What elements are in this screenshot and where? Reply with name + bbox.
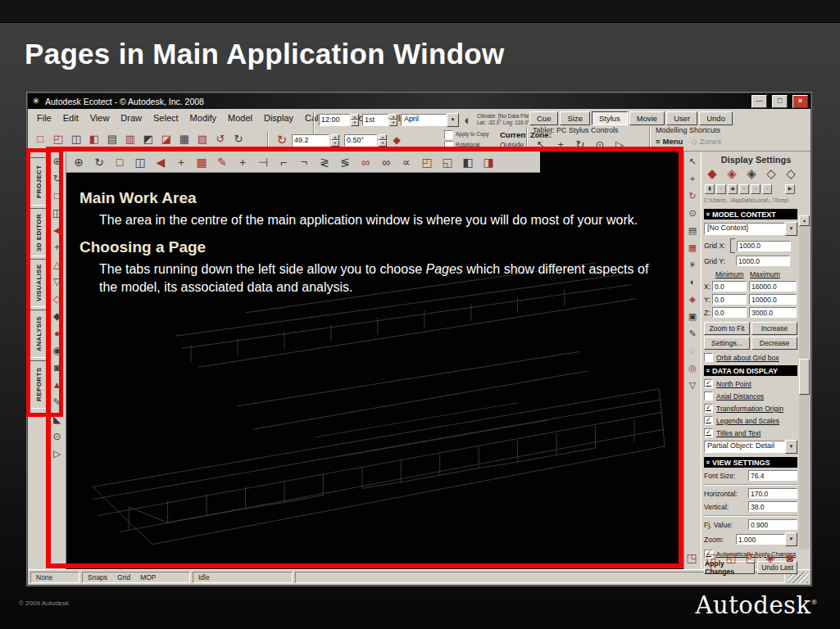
cell-2-icon[interactable]: ▫ bbox=[751, 184, 761, 194]
zoom-cube-3-icon[interactable]: ◱ bbox=[724, 550, 738, 565]
copy-icon[interactable]: ◪ bbox=[158, 130, 175, 147]
cut-icon[interactable]: ◩ bbox=[140, 130, 157, 147]
context-dropdown-arrow[interactable]: ▼ bbox=[785, 222, 797, 236]
tab-analysis[interactable]: ANALYSIS bbox=[30, 310, 48, 358]
menu-edit[interactable]: Edit bbox=[57, 111, 84, 125]
zoom-cube-1-icon[interactable]: ◳ bbox=[684, 550, 699, 565]
wireframe-view-icon[interactable]: ◇ bbox=[764, 166, 779, 181]
arrow-tool-icon[interactable]: ◀ bbox=[50, 223, 65, 238]
rotate-icon[interactable]: ↻ bbox=[572, 136, 588, 152]
font-size-input[interactable] bbox=[748, 470, 797, 481]
decrease-button[interactable]: Decrease bbox=[751, 337, 797, 350]
undo-button[interactable]: Undo bbox=[699, 111, 733, 125]
menu-shortcut-button[interactable]: ≡ Menu bbox=[656, 137, 683, 146]
tab-visualise[interactable]: VISUALISE bbox=[30, 259, 48, 307]
play-icon[interactable]: ▷ bbox=[611, 136, 628, 152]
time-stepper[interactable]: ▲▼ bbox=[351, 114, 359, 126]
person-tool-icon[interactable]: ▲ bbox=[50, 378, 65, 392]
time-input[interactable] bbox=[319, 114, 350, 126]
import-icon[interactable]: ◧ bbox=[86, 130, 102, 147]
z-max-input[interactable] bbox=[749, 307, 797, 318]
zoom-preset-arrow[interactable]: ▼ bbox=[785, 532, 797, 546]
mirror-icon[interactable]: ◫ bbox=[130, 153, 150, 171]
azimuth-input[interactable] bbox=[344, 134, 377, 147]
cell-1-icon[interactable]: ▫ bbox=[739, 184, 749, 194]
x-max-input[interactable] bbox=[749, 281, 797, 292]
play-icon[interactable]: ▶ bbox=[785, 184, 795, 194]
export-icon[interactable]: ▤ bbox=[104, 130, 120, 147]
open-file-icon[interactable]: ◰ bbox=[50, 130, 66, 147]
erase-icon[interactable]: ◌ bbox=[686, 344, 699, 357]
menu-model[interactable]: Model bbox=[222, 111, 258, 125]
axis-icon[interactable]: + bbox=[171, 153, 191, 171]
light-tool-icon[interactable]: ● bbox=[50, 326, 65, 341]
zone-tool-icon[interactable]: △ bbox=[50, 257, 65, 272]
altitude-stepper[interactable]: ▲▼ bbox=[331, 134, 339, 147]
analysis-icon[interactable]: ▣ bbox=[686, 310, 699, 323]
tab-project[interactable]: PROJECT bbox=[30, 157, 48, 206]
month-dropdown-arrow[interactable]: ▼ bbox=[447, 113, 459, 127]
y-max-input[interactable] bbox=[749, 294, 797, 305]
notes-icon[interactable]: ✎ bbox=[686, 327, 699, 340]
menu-display[interactable]: Display bbox=[258, 111, 299, 125]
shaded-view-icon[interactable]: ◆ bbox=[705, 166, 720, 181]
corner-tool-icon[interactable]: ◣ bbox=[50, 412, 65, 427]
apply-to-copy-checkbox[interactable] bbox=[444, 130, 453, 139]
increase-button[interactable]: Increase bbox=[751, 322, 797, 335]
panel-scrollbar[interactable]: ▲ bbox=[799, 215, 810, 550]
model-context-header[interactable]: » MODEL CONTEXT bbox=[704, 209, 797, 219]
zoom-cube-4-icon[interactable]: ◰ bbox=[743, 550, 758, 565]
cue-button[interactable]: Cue bbox=[529, 111, 558, 125]
menu-draw[interactable]: Draw bbox=[115, 111, 148, 125]
object-detail-dropdown[interactable]: Partial Object: Detail ▼ bbox=[704, 440, 797, 454]
target-icon[interactable]: ◉ bbox=[728, 184, 738, 194]
user-button[interactable]: User bbox=[666, 111, 697, 125]
movie-button[interactable]: Movie bbox=[629, 111, 665, 125]
menu-file[interactable]: File bbox=[31, 111, 57, 125]
grid-snap-icon[interactable]: ▦ bbox=[192, 153, 211, 171]
pencil-tool-icon[interactable]: ✎ bbox=[50, 395, 65, 410]
globe-icon[interactable]: ◐ bbox=[460, 111, 476, 128]
halftone-view-icon[interactable]: ◈ bbox=[744, 166, 759, 181]
main-work-area[interactable]: ⊕↻□◫◀+▦✎+⊣⌐¬≷≶∞∞∝◰◱◧◨ bbox=[66, 152, 683, 569]
snapshot-icon[interactable]: ◙ bbox=[783, 550, 797, 565]
tab-reports[interactable]: REPORTS bbox=[30, 360, 48, 409]
zigzag-icon[interactable]: ≷ bbox=[315, 153, 334, 171]
solid-tool-icon[interactable]: ◆ bbox=[50, 309, 65, 324]
render-icon[interactable]: ◈ bbox=[686, 292, 699, 305]
north-point-checkbox[interactable]: ✓ bbox=[704, 379, 713, 388]
orbit-grid-checkbox[interactable] bbox=[704, 353, 713, 362]
ghost-view-icon[interactable]: ◇ bbox=[783, 166, 798, 181]
magnifier-icon[interactable]: ⊙ bbox=[50, 429, 65, 444]
sun-rotation-icon[interactable]: ↻ bbox=[274, 132, 290, 148]
print-icon[interactable]: ▥ bbox=[122, 130, 138, 147]
scrollbar-up-icon[interactable]: ▲ bbox=[799, 215, 810, 226]
pointer-icon[interactable]: ↖ bbox=[686, 155, 699, 168]
link-cut-icon[interactable]: ∞ bbox=[356, 153, 375, 171]
flip-icon[interactable]: ◀ bbox=[151, 153, 170, 171]
ungroup-icon[interactable]: ◱ bbox=[438, 153, 457, 171]
zoom-icon[interactable]: ⊙ bbox=[686, 206, 699, 219]
down-icon[interactable]: ▽ bbox=[686, 378, 699, 391]
cursor-icon[interactable]: ↖ bbox=[533, 136, 549, 152]
pointer-icon[interactable]: ▷ bbox=[50, 446, 65, 461]
altitude-input[interactable] bbox=[292, 134, 329, 147]
speaker-tool-icon[interactable]: ◉ bbox=[50, 343, 65, 358]
end-snap-icon[interactable]: ⊣ bbox=[253, 153, 273, 171]
settings-button[interactable]: Settings... bbox=[704, 337, 750, 350]
paste-icon[interactable]: ▦ bbox=[176, 130, 193, 147]
day-input[interactable] bbox=[362, 114, 388, 126]
grid-icon[interactable]: ▦ bbox=[686, 241, 699, 254]
month-dropdown[interactable]: April ▼ bbox=[401, 113, 459, 127]
transformation-origin-checkbox[interactable]: ✓ bbox=[704, 404, 713, 413]
node-tool-icon[interactable]: + bbox=[50, 240, 65, 255]
legends-scales-checkbox[interactable]: ✓ bbox=[704, 416, 713, 425]
stylus-button[interactable]: Stylus bbox=[592, 111, 628, 125]
redo-icon[interactable]: ↻ bbox=[230, 130, 247, 147]
titles-text-checkbox[interactable]: ✓ bbox=[704, 428, 713, 437]
maximize-button[interactable]: □ bbox=[772, 95, 788, 108]
layers-icon[interactable]: ▤ bbox=[686, 224, 699, 237]
status-grid-label[interactable]: Grid bbox=[117, 573, 130, 581]
zoom-window-icon[interactable]: □ bbox=[50, 188, 65, 203]
z-min-input[interactable] bbox=[712, 307, 747, 318]
